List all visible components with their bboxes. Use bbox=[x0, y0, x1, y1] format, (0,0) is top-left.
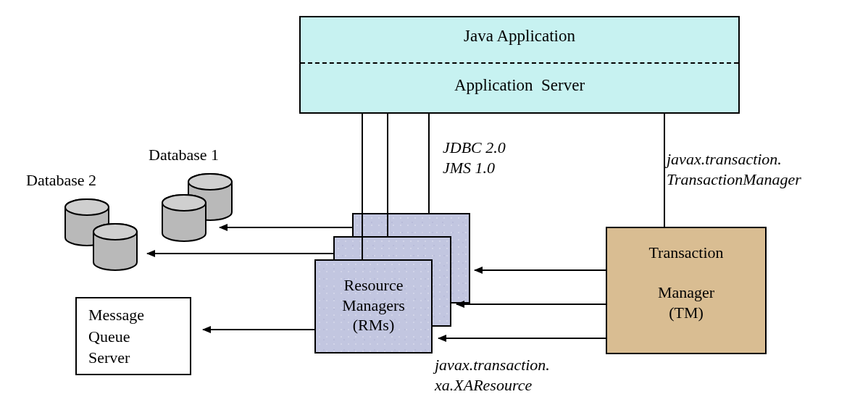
application-server-label: Application Server bbox=[301, 75, 738, 96]
transaction-manager-api-label: javax.transaction. TransactionManager bbox=[667, 149, 801, 189]
app-box-divider bbox=[301, 62, 738, 64]
xa-resource-label: javax.transaction. xa.XAResource bbox=[435, 355, 550, 395]
database-2-label: Database 2 bbox=[26, 170, 96, 191]
jdbc-jms-label: JDBC 2.0 JMS 1.0 bbox=[443, 138, 506, 177]
database-1-label: Database 1 bbox=[149, 145, 219, 165]
svg-point-5 bbox=[65, 199, 109, 215]
diagram-root: Java Application Application Server JDBC… bbox=[0, 0, 868, 410]
resource-managers-box-1: Resource Managers (RMs) bbox=[314, 259, 433, 353]
transaction-manager-box: Transaction Manager (TM) bbox=[606, 227, 767, 354]
message-queue-server-box: Message Queue Server bbox=[75, 297, 191, 375]
database-1-cylinder-front bbox=[160, 193, 208, 247]
app-container-box: Java Application Application Server bbox=[299, 16, 740, 114]
svg-point-1 bbox=[188, 174, 232, 190]
java-application-label: Java Application bbox=[301, 26, 738, 47]
resource-managers-label: Resource Managers (RMs) bbox=[316, 275, 431, 335]
svg-point-3 bbox=[162, 195, 206, 211]
message-queue-server-label: Message Queue Server bbox=[88, 304, 178, 369]
database-2-cylinder-front bbox=[91, 222, 139, 276]
svg-point-7 bbox=[93, 224, 137, 240]
transaction-manager-label: Transaction Manager (TM) bbox=[607, 243, 765, 322]
